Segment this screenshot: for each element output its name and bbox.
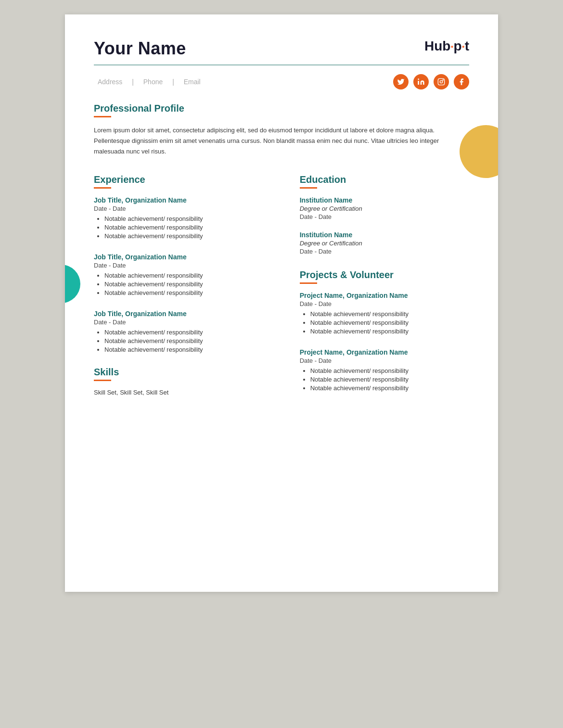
skills-section: Skills Skill Set, Skill Set, Skill Set [94, 367, 281, 396]
education-underline [300, 187, 317, 189]
edu-date-2: Date - Date [300, 248, 469, 255]
bullet: Notable achievement/ responsibility [104, 281, 281, 288]
contact-sep1: | [132, 78, 134, 86]
contact-info: Address | Phone | Email [94, 78, 205, 86]
resume-name: Your Name [94, 38, 186, 59]
job-bullets-2: Notable achievement/ responsibility Nota… [94, 272, 281, 296]
bullet: Notable achievement/ responsibility [310, 384, 469, 392]
experience-title: Experience [94, 174, 281, 185]
project-title-1: Project Name, Organization Name [300, 292, 469, 299]
skills-header: Skills [94, 367, 281, 381]
experience-underline [94, 187, 111, 189]
bullet: Notable achievement/ responsibility [310, 367, 469, 374]
education-title: Education [300, 174, 469, 185]
bullet: Notable achievement/ responsibility [104, 272, 281, 279]
svg-point-0 [418, 78, 419, 80]
twitter-icon[interactable] [393, 74, 409, 89]
facebook-icon[interactable] [454, 74, 469, 89]
bullet: Notable achievement/ responsibility [310, 328, 469, 335]
two-column-layout: Experience Job Title, Organization Name … [94, 174, 469, 405]
bullet: Notable achievement/ responsibility [310, 319, 469, 326]
profile-header: Professional Profile [94, 103, 469, 117]
projects-title: Projects & Volunteer [300, 269, 469, 281]
job-bullets-3: Notable achievement/ responsibility Nota… [94, 329, 281, 353]
job-date-3: Date - Date [94, 319, 281, 326]
job-item-2: Job Title, Organization Name Date - Date… [94, 253, 281, 296]
edu-name-1: Institution Name [300, 196, 469, 204]
job-date-1: Date - Date [94, 205, 281, 212]
profile-underline [94, 116, 111, 117]
skills-title: Skills [94, 367, 281, 378]
contact-row: Address | Phone | Email [94, 74, 469, 89]
project-bullets-2: Notable achievement/ responsibility Nota… [300, 367, 469, 392]
bullet: Notable achievement/ responsibility [104, 232, 281, 240]
skills-underline [94, 380, 111, 381]
project-date-1: Date - Date [300, 300, 469, 307]
bullet: Notable achievement/ responsibility [104, 224, 281, 231]
project-date-2: Date - Date [300, 357, 469, 364]
profile-text: Lorem ipsum dolor sit amet, consectetur … [94, 125, 469, 157]
contact-phone: Phone [143, 78, 163, 86]
job-title-1: Job Title, Organization Name [94, 196, 281, 204]
project-title-2: Project Name, Organization Name [300, 348, 469, 356]
bullet: Notable achievement/ responsibility [104, 346, 281, 353]
hubspot-logo: Hub●p●t [424, 38, 469, 54]
contact-sep2: | [172, 78, 174, 86]
bullet: Notable achievement/ responsibility [104, 337, 281, 345]
profile-title: Professional Profile [94, 103, 469, 114]
projects-underline [300, 282, 317, 284]
project-item-2: Project Name, Organization Name Date - D… [300, 348, 469, 392]
projects-section: Projects & Volunteer Project Name, Organ… [300, 269, 469, 392]
skills-text: Skill Set, Skill Set, Skill Set [94, 389, 281, 396]
edu-item-2: Institution Name Degree or Certification… [300, 231, 469, 255]
bullet: Notable achievement/ responsibility [104, 215, 281, 222]
deco-leaf [65, 265, 80, 303]
header: Your Name Hub●p●t [94, 38, 469, 59]
instagram-icon[interactable] [434, 74, 449, 89]
hubspot-hub: Hub [424, 38, 450, 54]
linkedin-icon[interactable] [413, 74, 429, 89]
experience-header: Experience [94, 174, 281, 189]
edu-degree-2: Degree or Certification [300, 240, 469, 247]
project-item-1: Project Name, Organization Name Date - D… [300, 292, 469, 335]
bullet: Notable achievement/ responsibility [310, 310, 469, 318]
hubspot-t: t [465, 38, 469, 54]
edu-name-2: Institution Name [300, 231, 469, 239]
bullet: Notable achievement/ responsibility [310, 376, 469, 383]
edu-date-1: Date - Date [300, 213, 469, 220]
edu-item-1: Institution Name Degree or Certification… [300, 196, 469, 220]
education-section: Education Institution Name Degree or Cer… [300, 174, 469, 255]
hubspot-spot: p [454, 38, 462, 54]
right-column: Education Institution Name Degree or Cer… [300, 174, 469, 405]
education-header: Education [300, 174, 469, 189]
header-divider [94, 64, 469, 65]
social-icons [393, 74, 469, 89]
edu-degree-1: Degree or Certification [300, 205, 469, 212]
job-item-1: Job Title, Organization Name Date - Date… [94, 196, 281, 240]
projects-header: Projects & Volunteer [300, 269, 469, 284]
experience-section: Experience Job Title, Organization Name … [94, 174, 281, 353]
contact-email: Email [184, 78, 201, 86]
bullet: Notable achievement/ responsibility [104, 289, 281, 296]
job-date-2: Date - Date [94, 262, 281, 269]
job-bullets-1: Notable achievement/ responsibility Nota… [94, 215, 281, 240]
contact-address: Address [98, 78, 122, 86]
svg-rect-1 [438, 78, 444, 85]
profile-section: Professional Profile Lorem ipsum dolor s… [94, 103, 469, 157]
project-bullets-1: Notable achievement/ responsibility Nota… [300, 310, 469, 335]
resume-page: Your Name Hub●p●t Address | Phone | Emai… [65, 14, 498, 592]
svg-point-2 [440, 80, 442, 83]
job-title-3: Job Title, Organization Name [94, 310, 281, 318]
bullet: Notable achievement/ responsibility [104, 329, 281, 336]
job-title-2: Job Title, Organization Name [94, 253, 281, 261]
svg-point-3 [443, 80, 443, 80]
job-item-3: Job Title, Organization Name Date - Date… [94, 310, 281, 353]
left-column: Experience Job Title, Organization Name … [94, 174, 281, 405]
